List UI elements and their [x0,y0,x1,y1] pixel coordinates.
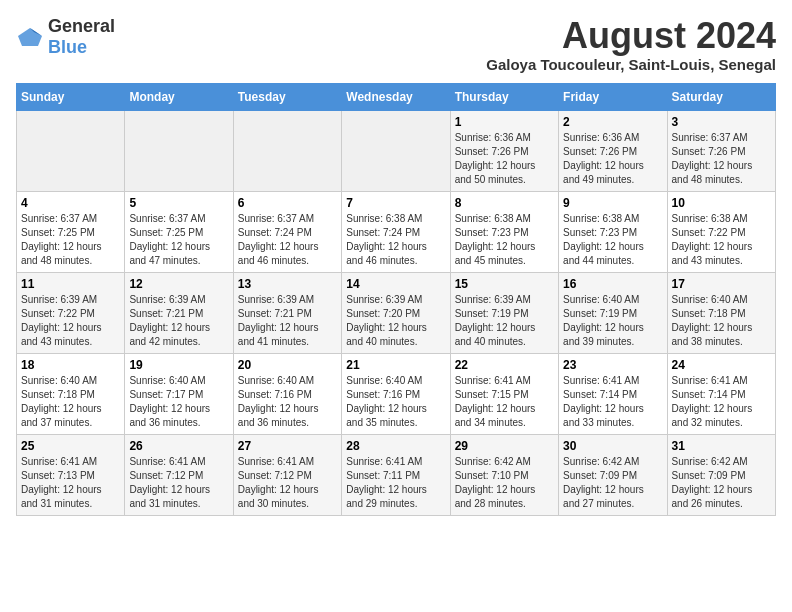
day-number: 27 [238,439,337,453]
day-info: Sunrise: 6:39 AM Sunset: 7:22 PM Dayligh… [21,293,120,349]
logo-icon [16,26,44,48]
day-info: Sunrise: 6:42 AM Sunset: 7:10 PM Dayligh… [455,455,554,511]
calendar-cell: 29Sunrise: 6:42 AM Sunset: 7:10 PM Dayli… [450,434,558,515]
day-number: 5 [129,196,228,210]
day-info: Sunrise: 6:40 AM Sunset: 7:18 PM Dayligh… [672,293,771,349]
day-number: 24 [672,358,771,372]
day-info: Sunrise: 6:39 AM Sunset: 7:20 PM Dayligh… [346,293,445,349]
day-info: Sunrise: 6:39 AM Sunset: 7:21 PM Dayligh… [129,293,228,349]
day-info: Sunrise: 6:38 AM Sunset: 7:22 PM Dayligh… [672,212,771,268]
day-info: Sunrise: 6:40 AM Sunset: 7:16 PM Dayligh… [346,374,445,430]
day-header-saturday: Saturday [667,83,775,110]
calendar-week-2: 4Sunrise: 6:37 AM Sunset: 7:25 PM Daylig… [17,191,776,272]
day-info: Sunrise: 6:37 AM Sunset: 7:24 PM Dayligh… [238,212,337,268]
day-number: 28 [346,439,445,453]
day-info: Sunrise: 6:40 AM Sunset: 7:19 PM Dayligh… [563,293,662,349]
day-number: 2 [563,115,662,129]
day-info: Sunrise: 6:39 AM Sunset: 7:21 PM Dayligh… [238,293,337,349]
day-info: Sunrise: 6:38 AM Sunset: 7:23 PM Dayligh… [455,212,554,268]
day-number: 1 [455,115,554,129]
day-info: Sunrise: 6:37 AM Sunset: 7:26 PM Dayligh… [672,131,771,187]
calendar-cell: 4Sunrise: 6:37 AM Sunset: 7:25 PM Daylig… [17,191,125,272]
day-header-sunday: Sunday [17,83,125,110]
day-number: 4 [21,196,120,210]
calendar-cell: 28Sunrise: 6:41 AM Sunset: 7:11 PM Dayli… [342,434,450,515]
day-info: Sunrise: 6:41 AM Sunset: 7:13 PM Dayligh… [21,455,120,511]
day-number: 22 [455,358,554,372]
day-header-friday: Friday [559,83,667,110]
calendar-cell [17,110,125,191]
day-info: Sunrise: 6:36 AM Sunset: 7:26 PM Dayligh… [455,131,554,187]
day-number: 26 [129,439,228,453]
calendar-week-3: 11Sunrise: 6:39 AM Sunset: 7:22 PM Dayli… [17,272,776,353]
logo-text: General Blue [48,16,115,58]
day-number: 18 [21,358,120,372]
day-number: 14 [346,277,445,291]
logo: General Blue [16,16,115,58]
subtitle: Galoya Toucouleur, Saint-Louis, Senegal [486,56,776,73]
calendar-cell: 27Sunrise: 6:41 AM Sunset: 7:12 PM Dayli… [233,434,341,515]
day-info: Sunrise: 6:36 AM Sunset: 7:26 PM Dayligh… [563,131,662,187]
day-info: Sunrise: 6:42 AM Sunset: 7:09 PM Dayligh… [672,455,771,511]
title-section: August 2024 Galoya Toucouleur, Saint-Lou… [486,16,776,73]
day-info: Sunrise: 6:39 AM Sunset: 7:19 PM Dayligh… [455,293,554,349]
day-number: 25 [21,439,120,453]
calendar-cell: 7Sunrise: 6:38 AM Sunset: 7:24 PM Daylig… [342,191,450,272]
day-number: 6 [238,196,337,210]
day-info: Sunrise: 6:38 AM Sunset: 7:24 PM Dayligh… [346,212,445,268]
day-number: 16 [563,277,662,291]
day-info: Sunrise: 6:41 AM Sunset: 7:11 PM Dayligh… [346,455,445,511]
calendar-cell: 10Sunrise: 6:38 AM Sunset: 7:22 PM Dayli… [667,191,775,272]
day-number: 31 [672,439,771,453]
day-number: 29 [455,439,554,453]
calendar-cell: 11Sunrise: 6:39 AM Sunset: 7:22 PM Dayli… [17,272,125,353]
day-number: 7 [346,196,445,210]
day-header-thursday: Thursday [450,83,558,110]
day-info: Sunrise: 6:41 AM Sunset: 7:12 PM Dayligh… [238,455,337,511]
calendar-table: SundayMondayTuesdayWednesdayThursdayFrid… [16,83,776,516]
day-number: 30 [563,439,662,453]
calendar-cell [342,110,450,191]
calendar-week-1: 1Sunrise: 6:36 AM Sunset: 7:26 PM Daylig… [17,110,776,191]
calendar-cell: 8Sunrise: 6:38 AM Sunset: 7:23 PM Daylig… [450,191,558,272]
calendar-cell: 26Sunrise: 6:41 AM Sunset: 7:12 PM Dayli… [125,434,233,515]
page-header: General Blue August 2024 Galoya Toucoule… [16,16,776,73]
calendar-cell: 21Sunrise: 6:40 AM Sunset: 7:16 PM Dayli… [342,353,450,434]
calendar-cell: 25Sunrise: 6:41 AM Sunset: 7:13 PM Dayli… [17,434,125,515]
calendar-cell: 2Sunrise: 6:36 AM Sunset: 7:26 PM Daylig… [559,110,667,191]
day-info: Sunrise: 6:40 AM Sunset: 7:17 PM Dayligh… [129,374,228,430]
calendar-cell: 12Sunrise: 6:39 AM Sunset: 7:21 PM Dayli… [125,272,233,353]
calendar-cell: 1Sunrise: 6:36 AM Sunset: 7:26 PM Daylig… [450,110,558,191]
calendar-week-5: 25Sunrise: 6:41 AM Sunset: 7:13 PM Dayli… [17,434,776,515]
day-info: Sunrise: 6:41 AM Sunset: 7:14 PM Dayligh… [563,374,662,430]
calendar-cell: 22Sunrise: 6:41 AM Sunset: 7:15 PM Dayli… [450,353,558,434]
day-info: Sunrise: 6:38 AM Sunset: 7:23 PM Dayligh… [563,212,662,268]
day-info: Sunrise: 6:37 AM Sunset: 7:25 PM Dayligh… [129,212,228,268]
calendar-cell: 14Sunrise: 6:39 AM Sunset: 7:20 PM Dayli… [342,272,450,353]
svg-marker-0 [18,28,42,46]
calendar-cell: 5Sunrise: 6:37 AM Sunset: 7:25 PM Daylig… [125,191,233,272]
day-number: 11 [21,277,120,291]
day-number: 13 [238,277,337,291]
calendar-cell: 3Sunrise: 6:37 AM Sunset: 7:26 PM Daylig… [667,110,775,191]
day-number: 15 [455,277,554,291]
day-info: Sunrise: 6:40 AM Sunset: 7:18 PM Dayligh… [21,374,120,430]
day-number: 8 [455,196,554,210]
day-info: Sunrise: 6:42 AM Sunset: 7:09 PM Dayligh… [563,455,662,511]
day-number: 10 [672,196,771,210]
calendar-cell: 9Sunrise: 6:38 AM Sunset: 7:23 PM Daylig… [559,191,667,272]
day-header-wednesday: Wednesday [342,83,450,110]
day-number: 3 [672,115,771,129]
calendar-cell: 17Sunrise: 6:40 AM Sunset: 7:18 PM Dayli… [667,272,775,353]
day-number: 19 [129,358,228,372]
day-number: 21 [346,358,445,372]
calendar-cell [125,110,233,191]
day-number: 9 [563,196,662,210]
day-header-monday: Monday [125,83,233,110]
day-info: Sunrise: 6:41 AM Sunset: 7:14 PM Dayligh… [672,374,771,430]
day-number: 20 [238,358,337,372]
calendar-cell [233,110,341,191]
day-info: Sunrise: 6:41 AM Sunset: 7:12 PM Dayligh… [129,455,228,511]
month-title: August 2024 [486,16,776,56]
calendar-cell: 24Sunrise: 6:41 AM Sunset: 7:14 PM Dayli… [667,353,775,434]
